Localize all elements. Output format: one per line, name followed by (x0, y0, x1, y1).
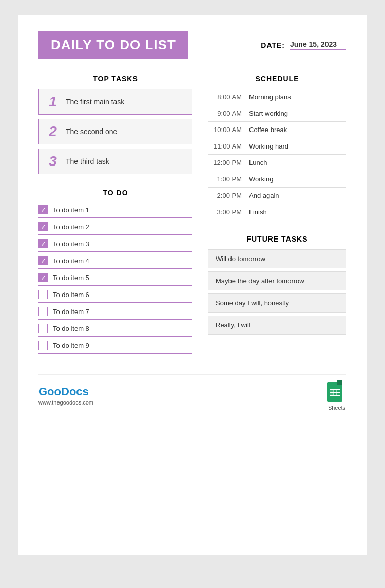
brand-d-icon: D (61, 385, 69, 398)
todo-label: To do item 9 (53, 342, 89, 350)
brand-name: GooDocs (38, 385, 93, 398)
date-value: June 15, 2023 (290, 40, 346, 50)
future-task-item: Some day I will, honestly (208, 293, 346, 313)
checkbox[interactable]: ✓ (38, 256, 48, 265)
schedule-time: 12:00 PM (208, 159, 249, 167)
checkbox[interactable] (38, 324, 48, 333)
todo-item: ✓ To do item 1 (38, 201, 192, 218)
todo-item: ✓ To do item 2 (38, 218, 192, 235)
top-task-item: 1 The first main task (38, 89, 192, 115)
schedule-row: 8:00 AM Morning plans (208, 89, 346, 105)
schedule-event: Working hard (249, 142, 288, 150)
todo-item: ✓ To do item 5 (38, 269, 192, 286)
svg-rect-2 (337, 380, 342, 385)
todo-label: To do item 8 (53, 325, 89, 333)
brand-goo: Goo (38, 385, 61, 398)
schedule-time: 10:00 AM (208, 126, 249, 134)
schedule-row: 3:00 PM Finish (208, 204, 346, 220)
future-tasks-section: FUTURE TASKS Will do tomorrowMaybe the d… (208, 235, 346, 335)
schedule-time: 9:00 AM (208, 109, 249, 117)
task-number: 2 (45, 124, 61, 139)
task-text: The third task (66, 157, 109, 166)
schedule-row: 2:00 PM And again (208, 188, 346, 204)
future-task-item: Will do tomorrow (208, 249, 346, 268)
schedule-event: Start working (249, 109, 288, 117)
todo-item: To do item 9 (38, 337, 192, 354)
page-title: DAILY TO DO LIST (51, 37, 176, 53)
schedule-time: 2:00 PM (208, 192, 249, 199)
date-area: DATE: June 15, 2023 (261, 40, 346, 50)
todo-item: ✓ To do item 4 (38, 252, 192, 269)
checkbox[interactable] (38, 341, 48, 350)
title-box: DAILY TO DO LIST (38, 31, 188, 59)
schedule-event: And again (249, 192, 279, 199)
todo-item: To do item 7 (38, 303, 192, 320)
footer-sheets: Sheets (327, 380, 346, 411)
todo-label: To do item 5 (53, 274, 89, 282)
checkbox[interactable] (38, 290, 48, 299)
future-task-item: Maybe the day after tomorrow (208, 271, 346, 290)
todo-section: TO DO ✓ To do item 1 ✓ To do item 2 ✓ To… (38, 189, 192, 354)
right-column: SCHEDULE 8:00 AM Morning plans 9:00 AM S… (208, 75, 346, 354)
schedule-title: SCHEDULE (208, 75, 346, 83)
schedule-row: 12:00 PM Lunch (208, 155, 346, 171)
schedule-event: Working (249, 175, 273, 183)
checkbox[interactable]: ✓ (38, 239, 48, 248)
schedule-row: 9:00 AM Start working (208, 105, 346, 122)
task-number: 1 (45, 95, 61, 109)
main-columns: TOP TASKS 1 The first main task 2 The se… (38, 75, 346, 354)
future-tasks-list: Will do tomorrowMaybe the day after tomo… (208, 249, 346, 335)
page: DAILY TO DO LIST DATE: June 15, 2023 TOP… (18, 15, 367, 555)
checkbox[interactable] (38, 307, 48, 316)
todo-label: To do item 7 (53, 308, 89, 316)
footer-url: www.thegoodocs.com (38, 399, 93, 406)
schedule-time: 3:00 PM (208, 208, 249, 216)
top-tasks-list: 1 The first main task 2 The second one 3… (38, 89, 192, 174)
future-task-item: Really, I will (208, 316, 346, 335)
todo-label: To do item 3 (53, 240, 89, 248)
checkbox[interactable]: ✓ (38, 273, 48, 282)
top-task-item: 2 The second one (38, 119, 192, 144)
task-text: The second one (66, 127, 117, 136)
schedule-event: Lunch (249, 159, 267, 167)
footer-brand: GooDocs www.thegoodocs.com (38, 385, 93, 406)
schedule-row: 10:00 AM Coffee break (208, 122, 346, 138)
todo-label: To do item 1 (53, 206, 89, 214)
checkbox[interactable]: ✓ (38, 222, 48, 231)
todo-label: To do item 2 (53, 223, 89, 231)
schedule-time: 11:00 AM (208, 142, 249, 150)
schedule-time: 1:00 PM (208, 175, 249, 183)
schedule-time: 8:00 AM (208, 93, 249, 101)
top-tasks-title: TOP TASKS (38, 75, 192, 83)
todo-label: To do item 6 (53, 291, 89, 299)
schedule-row: 1:00 PM Working (208, 171, 346, 188)
schedule-event: Finish (249, 208, 267, 216)
schedule-row: 11:00 AM Working hard (208, 138, 346, 155)
schedule-section: SCHEDULE 8:00 AM Morning plans 9:00 AM S… (208, 75, 346, 220)
sheets-label: Sheets (328, 405, 345, 411)
header: DAILY TO DO LIST DATE: June 15, 2023 (38, 31, 346, 59)
sheets-icon (327, 380, 346, 403)
todo-label: To do item 4 (53, 257, 89, 265)
todo-title: TO DO (38, 189, 192, 197)
brand-docs: ocs (69, 385, 89, 398)
top-task-item: 3 The third task (38, 149, 192, 174)
left-column: TOP TASKS 1 The first main task 2 The se… (38, 75, 192, 354)
todo-item: To do item 8 (38, 320, 192, 337)
todo-item: To do item 6 (38, 286, 192, 303)
todo-list: ✓ To do item 1 ✓ To do item 2 ✓ To do it… (38, 201, 192, 354)
footer: GooDocs www.thegoodocs.com Sheets (38, 374, 346, 411)
schedule-event: Morning plans (249, 93, 291, 101)
task-number: 3 (45, 154, 61, 169)
schedule-list: 8:00 AM Morning plans 9:00 AM Start work… (208, 89, 346, 220)
task-text: The first main task (66, 98, 124, 106)
future-tasks-title: FUTURE TASKS (208, 235, 346, 243)
todo-item: ✓ To do item 3 (38, 235, 192, 252)
date-label: DATE: (261, 41, 285, 49)
top-tasks-section: TOP TASKS 1 The first main task 2 The se… (38, 75, 192, 174)
schedule-event: Coffee break (249, 126, 287, 134)
checkbox[interactable]: ✓ (38, 205, 48, 214)
